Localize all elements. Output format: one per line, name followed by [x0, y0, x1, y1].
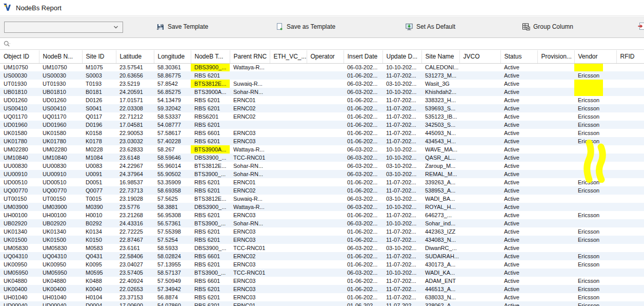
column-header-object-id[interactable]: Object ID: [0, 50, 39, 63]
table-cell: [537, 269, 574, 277]
column-header-update-d[interactable]: Update D...: [383, 50, 421, 63]
column-header-status[interactable]: Status: [500, 50, 537, 63]
column-header-eth-vc[interactable]: ETH_VC_...: [270, 50, 307, 63]
table-cell: 01-06-202...: [344, 211, 383, 219]
table-cell: Suwaiq-R...: [230, 195, 270, 203]
table-cell: D0004: [82, 301, 116, 306]
table-cell: 23.6161: [116, 244, 154, 252]
table-cell: M0583: [82, 244, 116, 252]
table-row[interactable]: UM03900UM03900M039023.577658.3881DBS3900…: [0, 203, 644, 211]
table-cell: 06-03-202...: [344, 88, 383, 96]
column-header-nodeb-n[interactable]: NodeB N...: [39, 50, 82, 63]
table-cell: 539693_S...: [421, 104, 459, 112]
table-cell: 01-06-202...: [344, 96, 383, 104]
table-cell: 06-03-202...: [344, 170, 383, 178]
table-cell: BTS3812E...: [191, 80, 230, 88]
table-row[interactable]: UB02920UB02920B029224.4331656.57361BTS39…: [0, 219, 644, 227]
table-row[interactable]: UQ01170UQ01170Q011722.7121258.53337RBS62…: [0, 112, 644, 121]
table-cell: UK00400: [0, 285, 39, 293]
table-cell: 538953_A...: [421, 186, 459, 195]
table-cell: Active: [500, 154, 537, 162]
table-row[interactable]: UM10750UM10750M107523.5754158.30361DBS39…: [0, 63, 644, 71]
table-row[interactable]: UD01960UD01960D019617.0458154.08777RBS 6…: [0, 121, 644, 129]
table-row[interactable]: US00030US00030S000320.6365658.86775RBS 6…: [0, 71, 644, 80]
table-cell: [459, 285, 500, 293]
table-cell: [270, 186, 307, 195]
set-as-default-button[interactable]: Set As Default: [405, 23, 455, 31]
table-row[interactable]: UQ04310UQ04310Q043122.5840658.02824RBS 6…: [0, 252, 644, 260]
table-row[interactable]: UT01930UT01930T019323.521957.8542BTS3812…: [0, 80, 644, 88]
table-cell: 58.3881: [154, 203, 191, 211]
table-cell: 23.37153: [116, 293, 154, 301]
table-row[interactable]: UK00950UK00950K009523.0402757.13955RBS 6…: [0, 260, 644, 269]
table-cell: 58.267: [154, 145, 191, 154]
column-header-site-name[interactable]: Site Name: [421, 50, 459, 63]
table-row[interactable]: UK01580UK01580K015822.9005357.58617RBS 6…: [0, 129, 644, 137]
table-row[interactable]: UH00100UH00100H001023.2126856.95308RBS 6…: [0, 211, 644, 219]
table-row[interactable]: UK00400UK00400K004022.0265357.34942RBS 6…: [0, 285, 644, 293]
table-cell: BTS3812E...: [191, 195, 230, 203]
table-cell: [307, 269, 344, 277]
table-cell: [270, 129, 307, 137]
table-cell: [616, 252, 644, 260]
group-column-button[interactable]: Group Column: [522, 23, 573, 31]
table-row[interactable]: UD00510UD00510D005116.9853753.35909RBS 6…: [0, 178, 644, 186]
table-row[interactable]: UM05830UM05830M058323.616158.5933DBS3900…: [0, 244, 644, 252]
table-cell: RBS 6201: [191, 178, 230, 186]
save-template-button[interactable]: Save Template: [156, 23, 208, 31]
table-cell: [270, 285, 307, 293]
column-header-nodeb-t[interactable]: NodeB T...: [191, 50, 230, 63]
table-cell: [537, 112, 574, 121]
table-cell: [459, 293, 500, 301]
table-row[interactable]: UM05950UM05950M059523.5740558.57137BTS39…: [0, 269, 644, 277]
table-row[interactable]: UK04880UK04880K048822.4092457.50949RBS 6…: [0, 277, 644, 285]
search-icon[interactable]: [3, 40, 11, 48]
table-cell: [574, 195, 616, 203]
table-cell: [537, 301, 574, 306]
table-cell: [307, 104, 344, 112]
column-header-site-id[interactable]: Site ID: [82, 50, 116, 63]
table-row[interactable]: UK01500UK01500K015022.8746757.5254RBS 62…: [0, 236, 644, 244]
table-cell: UT00150: [39, 195, 82, 203]
table-row[interactable]: UU00830UU00830U008324.2296755.96014BTS38…: [0, 162, 644, 170]
table-row[interactable]: UU00910UU00910U009124.3796455.90502BTS39…: [0, 170, 644, 178]
table-cell: UM10840: [39, 154, 82, 162]
table-cell: [459, 137, 500, 145]
table-cell: BTS3900_...: [191, 170, 230, 178]
table-cell: BTS3812E...: [191, 162, 230, 170]
table-cell: 23.6148: [116, 154, 154, 162]
table-cell: UK01780: [39, 137, 82, 145]
search-input[interactable]: [12, 40, 644, 49]
export-page-red-arrow-icon: [638, 22, 644, 30]
table-cell: 58.86775: [154, 71, 191, 80]
column-header-vendor[interactable]: Vendor: [574, 50, 616, 63]
table-cell: 535123_IB...: [421, 112, 459, 121]
column-header-provision[interactable]: Provision...: [537, 50, 574, 63]
table-row[interactable]: UB01810UB01810B018124.2059156.85275BTS39…: [0, 88, 644, 96]
table-row[interactable]: UK01340UK01340K013422.7222557.55398RBS 6…: [0, 227, 644, 236]
column-header-longitude[interactable]: Longitude: [154, 50, 191, 63]
column-header-operator[interactable]: Operator: [307, 50, 344, 63]
column-header-jvco[interactable]: JVCO: [459, 50, 500, 63]
column-header-parent-rnc[interactable]: Parent RNC: [230, 50, 270, 63]
template-dropdown[interactable]: [4, 22, 123, 33]
table-row[interactable]: UK01780UK01780K017823.0303257.40228RBS 6…: [0, 137, 644, 145]
table-cell: [459, 219, 500, 227]
save-as-template-button[interactable]: Save as Template: [275, 23, 335, 31]
table-row[interactable]: UM10840UM10840M108423.614858.59646DBS390…: [0, 154, 644, 162]
table-cell: UQ00770: [0, 186, 39, 195]
table-cell: RBS 6601: [191, 277, 230, 285]
column-header-latitude[interactable]: Latitude: [116, 50, 154, 63]
table-cell: [459, 121, 500, 129]
table-row[interactable]: UD00040UD00040D000417.0060054.07860RBS 6…: [0, 301, 644, 306]
table-row[interactable]: UT00150UT00150T001523.1902857.5625BTS381…: [0, 195, 644, 203]
export-button[interactable]: [638, 22, 644, 30]
table-row[interactable]: UD01260UD01260D012617.0157154.13479RBS 6…: [0, 96, 644, 104]
table-row[interactable]: UQ00770UQ00770Q007722.7371358.69358RBS 6…: [0, 186, 644, 195]
column-header-insert-date[interactable]: Insert Date: [344, 50, 383, 63]
table-row[interactable]: UH01040UH01040H010423.3715356.8874RBS 62…: [0, 293, 644, 301]
table-row[interactable]: UM02280UM02280M022823.6283358.267BTS3900…: [0, 145, 644, 154]
column-header-rfid[interactable]: RFID: [616, 50, 644, 63]
table-cell: CALEDONI...: [421, 63, 459, 71]
table-row[interactable]: US00410US00410S004122.0330859.32042RBS 6…: [0, 104, 644, 112]
